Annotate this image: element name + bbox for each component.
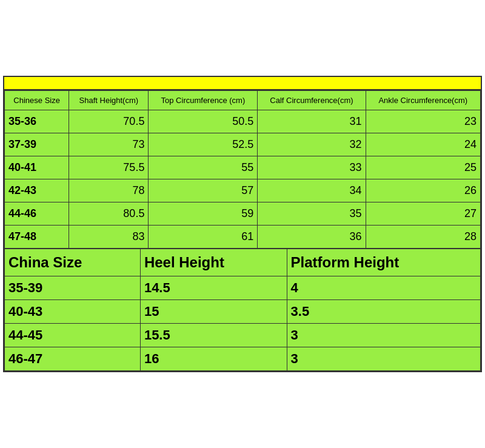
boots-data-container: Chinese Size Shaft Height(cm) Top Circum… bbox=[3, 76, 482, 372]
table-row: 35-3914.54 bbox=[5, 276, 481, 300]
table-cell: 14.5 bbox=[140, 276, 287, 300]
table-cell: 55 bbox=[149, 156, 258, 179]
table-row: 44-4680.5593527 bbox=[5, 202, 481, 226]
table-cell: 35-36 bbox=[5, 110, 69, 133]
col-calf-circumference: Calf Circumference(cm) bbox=[258, 91, 366, 110]
table-cell: 24 bbox=[366, 133, 480, 156]
table-row: 40-43153.5 bbox=[5, 300, 481, 324]
table-cell: 47-48 bbox=[5, 226, 69, 249]
col-shaft-height: Shaft Height(cm) bbox=[69, 91, 149, 110]
table-row: 40-4175.5553325 bbox=[5, 156, 481, 179]
table-row: 46-47163 bbox=[5, 347, 481, 371]
bottom-data-table: China Size Heel Height Platform Height 3… bbox=[4, 249, 481, 371]
table-cell: 46-47 bbox=[5, 347, 141, 371]
table-cell: 61 bbox=[149, 226, 258, 249]
table-cell: 32 bbox=[258, 133, 366, 156]
table-cell: 75.5 bbox=[69, 156, 149, 179]
table-cell: 40-43 bbox=[5, 300, 141, 324]
table-cell: 31 bbox=[258, 110, 366, 133]
col-china-size: China Size bbox=[5, 249, 141, 276]
col-heel-height: Heel Height bbox=[140, 249, 287, 276]
table-row: 42-4378573426 bbox=[5, 179, 481, 202]
col-platform-height: Platform Height bbox=[287, 249, 480, 276]
table-cell: 34 bbox=[258, 179, 366, 202]
page-title bbox=[4, 77, 481, 90]
table-cell: 50.5 bbox=[149, 110, 258, 133]
table-cell: 25 bbox=[366, 156, 480, 179]
table-cell: 3 bbox=[287, 324, 480, 347]
table-cell: 35-39 bbox=[5, 276, 141, 300]
table-cell: 35 bbox=[258, 202, 366, 226]
table-cell: 37-39 bbox=[5, 133, 69, 156]
table-cell: 40-41 bbox=[5, 156, 69, 179]
table-cell: 83 bbox=[69, 226, 149, 249]
col-ankle-circumference: Ankle Circumference(cm) bbox=[366, 91, 480, 110]
table-cell: 15.5 bbox=[140, 324, 287, 347]
table-cell: 80.5 bbox=[69, 202, 149, 226]
table-cell: 59 bbox=[149, 202, 258, 226]
table-cell: 52.5 bbox=[149, 133, 258, 156]
table-row: 44-4515.53 bbox=[5, 324, 481, 347]
col-chinese-size: Chinese Size bbox=[5, 91, 69, 110]
col-top-circumference: Top Circumference (cm) bbox=[149, 91, 258, 110]
table-cell: 33 bbox=[258, 156, 366, 179]
table-row: 35-3670.550.53123 bbox=[5, 110, 481, 133]
bottom-table-header-row: China Size Heel Height Platform Height bbox=[5, 249, 481, 276]
table-cell: 57 bbox=[149, 179, 258, 202]
table-cell: 42-43 bbox=[5, 179, 69, 202]
table-cell: 28 bbox=[366, 226, 480, 249]
table-cell: 44-46 bbox=[5, 202, 69, 226]
table-cell: 78 bbox=[69, 179, 149, 202]
top-table-header-row: Chinese Size Shaft Height(cm) Top Circum… bbox=[5, 91, 481, 110]
table-cell: 16 bbox=[140, 347, 287, 371]
table-cell: 70.5 bbox=[69, 110, 149, 133]
table-cell: 3.5 bbox=[287, 300, 480, 324]
table-cell: 26 bbox=[366, 179, 480, 202]
table-cell: 44-45 bbox=[5, 324, 141, 347]
table-row: 47-4883613628 bbox=[5, 226, 481, 249]
table-cell: 36 bbox=[258, 226, 366, 249]
top-data-table: Chinese Size Shaft Height(cm) Top Circum… bbox=[4, 90, 481, 249]
table-cell: 73 bbox=[69, 133, 149, 156]
table-row: 37-397352.53224 bbox=[5, 133, 481, 156]
table-cell: 27 bbox=[366, 202, 480, 226]
table-cell: 3 bbox=[287, 347, 480, 371]
table-cell: 15 bbox=[140, 300, 287, 324]
table-cell: 23 bbox=[366, 110, 480, 133]
table-cell: 4 bbox=[287, 276, 480, 300]
